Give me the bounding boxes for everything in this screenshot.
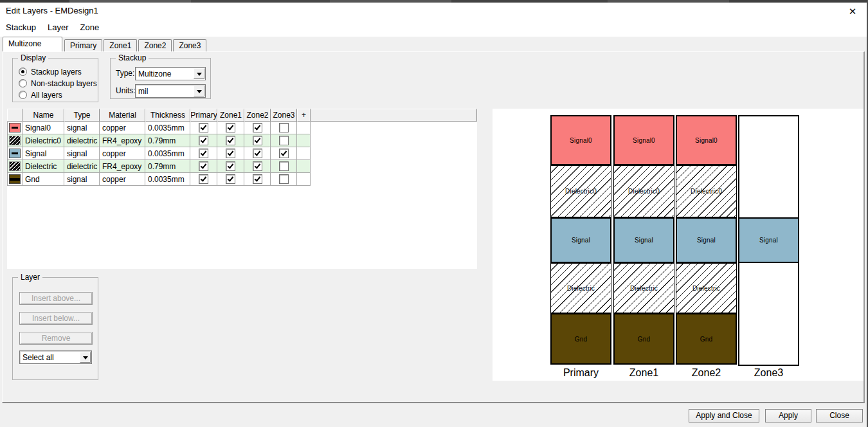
column-header-icon: [7, 109, 23, 122]
column-header-name[interactable]: Name: [23, 109, 64, 122]
radio-icon: [19, 68, 27, 76]
cell-type[interactable]: dielectric: [64, 160, 100, 173]
column-header-zone2[interactable]: Zone2: [244, 109, 271, 122]
cell-name[interactable]: Dielectric0: [23, 134, 64, 147]
cell-thickness[interactable]: 0.0035mm: [145, 147, 190, 160]
menu-item-stackup[interactable]: Stackup: [0, 23, 42, 32]
apply-button[interactable]: Apply: [765, 409, 811, 422]
checkbox-primary-signal0[interactable]: [199, 123, 208, 132]
zone-label-zone1: Zone1: [613, 367, 674, 379]
units-dropdown[interactable]: mil: [135, 84, 206, 98]
menu-item-layer[interactable]: Layer: [42, 23, 75, 32]
column-header-zone1[interactable]: Zone1: [217, 109, 244, 122]
checkbox-primary-dielectric[interactable]: [199, 161, 208, 171]
chevron-down-icon[interactable]: [194, 86, 204, 96]
column-header-zone3[interactable]: Zone3: [271, 109, 297, 122]
zone-label-zone3: Zone3: [738, 367, 799, 379]
cell-thickness[interactable]: 0.0035mm: [145, 122, 190, 134]
layer-box-signal0: Signal0: [613, 115, 674, 165]
chevron-down-icon[interactable]: [194, 68, 204, 79]
checkbox-primary-signal[interactable]: [199, 149, 208, 158]
cell-swatch[interactable]: [7, 122, 23, 134]
cell-zone2: [244, 122, 271, 134]
cell-thickness[interactable]: 0.0035mm: [145, 173, 190, 186]
checkbox-zone1-dielectric0[interactable]: [226, 136, 235, 145]
layer-color-swatch: [9, 174, 21, 184]
stackup-column-zone3: Signal: [738, 115, 799, 366]
radio-stackup-layers[interactable]: Stackup layers: [19, 67, 98, 77]
tab-primary[interactable]: Primary: [64, 39, 102, 51]
radio-all-layers[interactable]: All layers: [19, 90, 98, 100]
checkbox-zone2-gnd[interactable]: [253, 174, 262, 184]
layer-box-signal: Signal: [676, 217, 737, 263]
table-row-signal: Signalsignalcopper0.0035mm: [7, 147, 477, 160]
checkbox-zone3-dielectric[interactable]: [279, 161, 289, 171]
cell-type[interactable]: signal: [64, 147, 100, 160]
tab-zone1[interactable]: Zone1: [104, 39, 137, 51]
remove-button[interactable]: Remove: [19, 332, 93, 345]
tab-multizone[interactable]: Multizone: [3, 37, 62, 51]
checkbox-primary-dielectric0[interactable]: [199, 136, 208, 145]
checkbox-zone3-signal0[interactable]: [279, 123, 289, 132]
cell-name[interactable]: Gnd: [23, 173, 64, 186]
cell-type[interactable]: dielectric: [64, 134, 100, 147]
select-all-dropdown[interactable]: Select all: [19, 350, 92, 364]
close-button[interactable]: Close: [816, 409, 863, 422]
checkbox-zone1-dielectric[interactable]: [226, 161, 235, 171]
cell-swatch[interactable]: [7, 147, 23, 160]
column-header-blank[interactable]: +: [297, 109, 311, 122]
checkbox-zone3-dielectric0[interactable]: [279, 136, 289, 145]
cell-zone3: [271, 122, 297, 134]
checkbox-zone1-gnd[interactable]: [226, 174, 235, 184]
checkbox-zone2-dielectric0[interactable]: [253, 136, 262, 145]
checkbox-primary-gnd[interactable]: [199, 174, 208, 184]
cell-swatch[interactable]: [7, 134, 23, 147]
cell-swatch[interactable]: [7, 173, 23, 186]
checkbox-zone1-signal[interactable]: [226, 149, 235, 158]
checkbox-zone2-signal0[interactable]: [253, 123, 262, 132]
apply-and-close-button[interactable]: Apply and Close: [689, 409, 759, 422]
column-header-primary[interactable]: Primary: [190, 109, 217, 122]
cell-material[interactable]: copper: [100, 173, 145, 186]
cell-material[interactable]: copper: [100, 147, 145, 160]
tab-zone3[interactable]: Zone3: [173, 39, 206, 51]
checkbox-zone2-dielectric[interactable]: [253, 161, 262, 171]
layer-box-signal: Signal: [550, 217, 611, 263]
insert-below-button[interactable]: Insert below...: [19, 312, 93, 325]
cell-primary: [190, 173, 217, 186]
column-header-material[interactable]: Material: [100, 109, 145, 122]
tab-zone2[interactable]: Zone2: [138, 39, 172, 51]
checkbox-zone3-gnd[interactable]: [279, 174, 289, 184]
insert-above-button[interactable]: Insert above...: [19, 292, 93, 305]
cell-material[interactable]: FR4_epoxy: [100, 160, 145, 173]
cell-zone1: [217, 147, 244, 160]
layer-spacer: [739, 263, 798, 313]
menu-item-zone[interactable]: Zone: [75, 23, 105, 32]
zone-label-primary: Primary: [550, 367, 611, 379]
chevron-down-icon[interactable]: [80, 352, 91, 363]
cell-thickness[interactable]: 0.79mm: [145, 134, 190, 147]
cell-name[interactable]: Signal: [23, 147, 64, 160]
cell-name[interactable]: Signal0: [23, 122, 64, 134]
stackup-group-title: Stackup: [116, 53, 149, 62]
column-header-type[interactable]: Type: [64, 109, 100, 122]
cell-material[interactable]: copper: [100, 122, 145, 134]
radio-non-stackup-layers[interactable]: Non-stackup layers: [19, 78, 98, 88]
cell-swatch[interactable]: [7, 160, 23, 173]
layer-box-signal: Signal: [738, 217, 799, 263]
cell-plus: [297, 147, 311, 160]
cell-zone1: [217, 160, 244, 173]
cell-material[interactable]: FR4_epoxy: [100, 134, 145, 147]
checkbox-zone3-signal[interactable]: [279, 149, 289, 158]
cell-type[interactable]: signal: [64, 122, 100, 134]
cell-thickness[interactable]: 0.79mm: [145, 160, 190, 173]
cell-name[interactable]: Dielectric: [23, 160, 64, 173]
close-icon[interactable]: ✕: [845, 5, 860, 18]
column-header-thickness[interactable]: Thickness: [145, 109, 190, 122]
layers-table: NameTypeMaterialThicknessPrimaryZone1Zon…: [7, 109, 477, 269]
checkbox-zone2-signal[interactable]: [253, 149, 262, 158]
type-dropdown[interactable]: Multizone: [135, 67, 206, 80]
layer-color-swatch: [9, 136, 21, 145]
cell-type[interactable]: signal: [64, 173, 100, 186]
checkbox-zone1-signal0[interactable]: [226, 123, 235, 132]
